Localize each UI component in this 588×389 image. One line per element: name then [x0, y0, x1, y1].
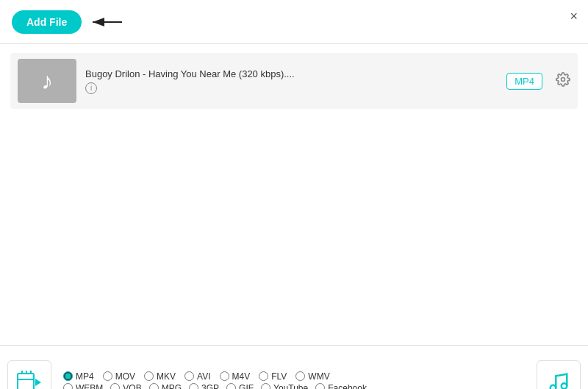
svg-point-2	[562, 77, 565, 81]
file-list-area: ♪ Bugoy Drilon - Having You Near Me (320…	[0, 44, 588, 118]
bottom-panel: MP4 MOV MKV AVI M4V FLV WMV	[0, 345, 588, 389]
format-3gp[interactable]: 3GP	[189, 383, 219, 390]
file-name: Bugoy Drilon - Having You Near Me (320 k…	[85, 68, 498, 79]
video-format-icon	[7, 360, 51, 390]
close-button[interactable]: ×	[570, 9, 578, 24]
format-mpg[interactable]: MPG	[149, 383, 182, 390]
file-info: Bugoy Drilon - Having You Near Me (320 k…	[85, 68, 498, 94]
svg-point-10	[562, 383, 567, 389]
svg-point-9	[551, 385, 556, 389]
format-avi[interactable]: AVI	[184, 371, 210, 382]
content-area	[0, 118, 588, 345]
svg-rect-3	[18, 374, 34, 390]
format-wmv[interactable]: WMV	[295, 371, 329, 382]
arrow-indicator	[89, 11, 126, 33]
file-thumbnail: ♪	[18, 59, 76, 103]
format-webm[interactable]: WEBM	[63, 383, 103, 390]
audio-format-icon	[537, 360, 581, 390]
format-vob[interactable]: VOB	[110, 383, 141, 390]
settings-button[interactable]	[556, 72, 570, 90]
format-badge[interactable]: MP4	[506, 73, 542, 90]
format-mkv[interactable]: MKV	[144, 371, 176, 382]
add-file-button[interactable]: Add File	[12, 10, 82, 34]
file-item: ♪ Bugoy Drilon - Having You Near Me (320…	[10, 53, 578, 109]
format-mov[interactable]: MOV	[103, 371, 135, 382]
top-bar: Add File ×	[0, 0, 588, 44]
format-options: MP4 MOV MKV AVI M4V FLV WMV	[63, 371, 529, 390]
music-icon: ♪	[41, 68, 53, 95]
format-flv[interactable]: FLV	[259, 371, 287, 382]
format-gif[interactable]: GIF	[226, 383, 254, 390]
format-facebook[interactable]: Facebook	[315, 383, 367, 390]
format-mp4[interactable]: MP4	[63, 371, 94, 382]
format-youtube[interactable]: YouTube	[261, 383, 308, 390]
format-m4v[interactable]: M4V	[220, 371, 251, 382]
svg-marker-7	[35, 379, 41, 386]
info-icon[interactable]: i	[85, 82, 97, 94]
